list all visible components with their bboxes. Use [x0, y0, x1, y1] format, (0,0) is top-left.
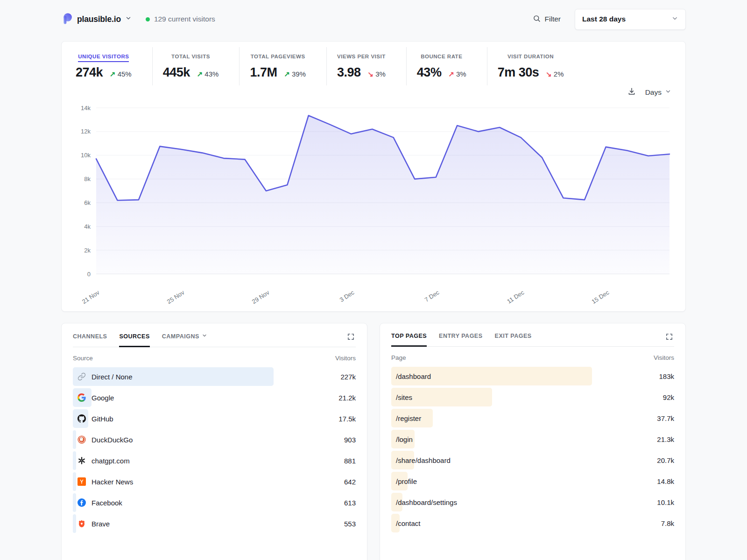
stat-change: ↗ 39% — [284, 70, 306, 78]
row-label: Hacker News — [92, 478, 133, 486]
row-label: /login — [396, 435, 413, 443]
row-label: GitHub — [92, 415, 113, 423]
facebook-icon — [78, 498, 86, 507]
page-row-sites[interactable]: /sites 92k — [391, 387, 674, 407]
source-row-duckduckgo[interactable]: DuckDuckGo 903 — [73, 429, 356, 450]
filter-button[interactable]: Filter — [533, 14, 561, 24]
sources-tab-campaigns[interactable]: CAMPAIGNS — [162, 333, 207, 347]
pages-tab-top-pages[interactable]: TOP PAGES — [391, 333, 427, 347]
stat-value: 43% — [417, 65, 442, 80]
brave-icon — [78, 519, 86, 528]
interval-label: Days — [645, 88, 662, 97]
stat-change: ↗ 43% — [197, 70, 219, 78]
row-label: DuckDuckGo — [92, 436, 133, 444]
page-row-dashboard-settings[interactable]: /dashboard/settings 10.1k — [391, 492, 674, 512]
stat-visit-duration[interactable]: VISIT DURATION 7m 30s ↘ 2% — [487, 47, 585, 85]
trend-arrow-icon: ↘ — [546, 70, 552, 78]
stat-unique-visitors[interactable]: UNIQUE VISITORS 274k ↗ 45% — [75, 47, 152, 85]
duckduckgo-icon — [78, 435, 86, 444]
row-visitors-value: 553 — [323, 520, 356, 528]
live-dot-icon — [146, 17, 150, 21]
page-row-register[interactable]: /register 37.7k — [391, 408, 674, 428]
chatgpt-icon — [78, 456, 86, 465]
page-row-login[interactable]: /login 21.3k — [391, 429, 674, 449]
pages-tabs: TOP PAGESENTRY PAGESEXIT PAGES — [391, 333, 532, 346]
svg-text:2k: 2k — [84, 247, 91, 254]
stat-label: TOTAL VISITS — [171, 54, 210, 62]
date-range-value: Last 28 days — [582, 15, 626, 23]
row-label: chatgpt.com — [92, 457, 130, 465]
source-row-direct-none[interactable]: Direct / None 227k — [73, 366, 356, 387]
svg-text:11 Dec: 11 Dec — [506, 289, 525, 305]
stat-total-pageviews[interactable]: TOTAL PAGEVIEWS 1.7M ↗ 39% — [239, 47, 326, 85]
page-row-share-dashboard[interactable]: /share/dashboard 20.7k — [391, 450, 674, 470]
page-row-dashboard[interactable]: /dashboard 183k — [391, 366, 674, 386]
row-visitors-value: 21.3k — [641, 435, 674, 443]
row-visitors-value: 881 — [323, 457, 356, 465]
sources-visitors-col-header: Visitors — [335, 355, 356, 362]
stat-value: 7m 30s — [498, 65, 539, 80]
row-visitors-value: 92k — [641, 393, 674, 401]
stat-label: VISIT DURATION — [507, 54, 554, 62]
stat-views-per-visit[interactable]: VIEWS PER VISIT 3.98 ↘ 3% — [326, 47, 406, 85]
chevron-down-icon — [202, 333, 207, 340]
source-row-facebook[interactable]: Facebook 613 — [73, 492, 356, 513]
stat-value: 3.98 — [337, 65, 361, 80]
stat-bounce-rate[interactable]: BOUNCE RATE 43% ↗ 3% — [406, 47, 487, 85]
source-row-brave[interactable]: Brave 553 — [73, 513, 356, 534]
pages-tab-entry-pages[interactable]: ENTRY PAGES — [439, 333, 482, 347]
chevron-down-icon — [125, 15, 132, 23]
date-range-picker[interactable]: Last 28 days — [575, 9, 686, 30]
plausible-dashboard: plausible.io 129 current visitors Filter… — [61, 8, 686, 560]
row-visitors-value: 613 — [323, 499, 356, 507]
visitors-chart[interactable]: 02k4k6k8k10k12k14k21 Nov25 Nov29 Nov3 De… — [75, 100, 672, 308]
hackernews-icon — [78, 477, 86, 486]
sources-tab-sources[interactable]: SOURCES — [119, 333, 149, 347]
visitors-overview-card: UNIQUE VISITORS 274k ↗ 45% TOTAL VISITS … — [61, 41, 686, 312]
svg-text:8k: 8k — [84, 175, 91, 182]
sources-panel: CHANNELSSOURCESCAMPAIGNS Source Visitors… — [61, 323, 367, 560]
source-row-google[interactable]: Google 21.2k — [73, 387, 356, 408]
sources-tab-channels[interactable]: CHANNELS — [73, 333, 107, 347]
stat-total-visits[interactable]: TOTAL VISITS 445k ↗ 43% — [152, 47, 240, 85]
current-visitors[interactable]: 129 current visitors — [146, 15, 215, 23]
trend-arrow-icon: ↗ — [197, 70, 203, 78]
filter-label: Filter — [545, 15, 561, 23]
row-visitors-value: 7.8k — [641, 519, 674, 527]
stat-value: 445k — [163, 65, 190, 80]
trend-arrow-icon: ↗ — [284, 70, 290, 78]
page-row-contact[interactable]: /contact 7.8k — [391, 513, 674, 533]
sources-list: Direct / None 227k Google 21.2k GitHub 1… — [73, 366, 356, 534]
stat-change-percent: 39% — [292, 70, 306, 78]
trend-arrow-icon: ↗ — [110, 70, 116, 78]
row-visitors-value: 17.5k — [323, 415, 356, 423]
site-picker[interactable]: plausible.io — [61, 13, 132, 26]
download-export-button[interactable] — [627, 87, 636, 98]
source-row-chatgpt-com[interactable]: chatgpt.com 881 — [73, 450, 356, 471]
row-visitors-value: 21.2k — [323, 394, 356, 402]
source-row-hacker-news[interactable]: Hacker News 642 — [73, 471, 356, 492]
stat-change-percent: 2% — [554, 70, 564, 78]
stat-change: ↗ 45% — [110, 70, 132, 78]
stat-change: ↗ 3% — [448, 70, 466, 78]
site-name: plausible.io — [77, 14, 121, 24]
stat-label: BOUNCE RATE — [421, 54, 462, 62]
svg-text:21 Nov: 21 Nov — [81, 289, 101, 305]
interval-picker[interactable]: Days — [645, 88, 671, 97]
search-icon — [533, 14, 541, 24]
svg-text:0: 0 — [87, 271, 91, 278]
svg-text:25 Nov: 25 Nov — [166, 289, 186, 305]
expand-sources-button[interactable] — [346, 332, 356, 343]
page-row-profile[interactable]: /profile 14.8k — [391, 471, 674, 491]
stat-label: TOTAL PAGEVIEWS — [251, 54, 305, 62]
pages-tab-exit-pages[interactable]: EXIT PAGES — [495, 333, 532, 347]
stat-label: UNIQUE VISITORS — [78, 54, 129, 62]
expand-pages-button[interactable] — [664, 332, 674, 343]
top-bar: plausible.io 129 current visitors Filter… — [61, 8, 686, 30]
row-visitors-value: 37.7k — [641, 414, 674, 422]
row-visitors-value: 227k — [323, 373, 356, 381]
svg-text:4k: 4k — [84, 223, 91, 230]
source-row-github[interactable]: GitHub 17.5k — [73, 408, 356, 429]
svg-text:6k: 6k — [84, 199, 91, 206]
chart-controls: Days — [76, 85, 671, 99]
